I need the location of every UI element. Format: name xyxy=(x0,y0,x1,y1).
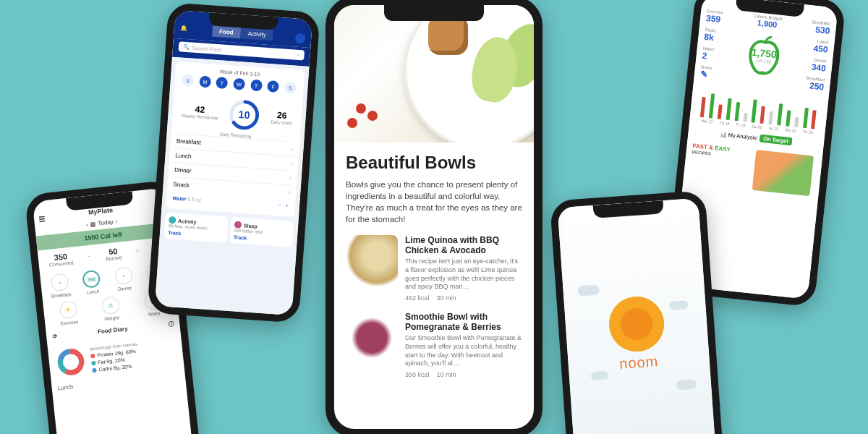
stat-burned: 50Burned xyxy=(105,246,122,261)
stat-breakfast2[interactable]: Breakfast250 xyxy=(805,76,825,93)
noom-logo-icon xyxy=(611,299,660,348)
activity-icon xyxy=(169,216,176,224)
legend-text: Fat 8g, 20% xyxy=(98,357,125,365)
chart-bar xyxy=(760,106,765,124)
sleep-card[interactable]: Sleep Get better rest! Track xyxy=(229,217,294,247)
exercise-icon: ⚡ xyxy=(59,300,77,319)
day-f[interactable]: F xyxy=(267,80,279,93)
cat-breakfast[interactable]: •Breakfast xyxy=(43,272,77,299)
lunch-cal-value: 350 xyxy=(87,276,95,282)
chart-bar xyxy=(752,99,757,122)
chart-bar xyxy=(786,110,791,126)
recipe-info: Lime Quinoa with BBQ Chicken & Avocado T… xyxy=(405,235,522,302)
tomato-icon xyxy=(367,111,378,121)
day-t2[interactable]: T xyxy=(250,79,263,91)
track-link[interactable]: Track xyxy=(234,234,289,243)
meal-label: Lunch xyxy=(175,152,191,159)
chart-bar xyxy=(794,117,799,127)
day-t[interactable]: T xyxy=(216,77,228,89)
recipe-time: 30 min xyxy=(437,294,456,302)
chart-bar xyxy=(768,111,773,124)
recipe-promo[interactable]: FAST & EASY RECIPES xyxy=(689,140,817,200)
recipe-kcal: 350 kcal xyxy=(405,371,430,378)
water-label: Water xyxy=(172,195,187,201)
search-placeholder: Search Food xyxy=(192,45,294,57)
easy-text: EASY xyxy=(715,145,731,153)
bowl-illustration xyxy=(404,5,534,142)
stat-value: 359 xyxy=(705,13,723,25)
meal-label: Dinner xyxy=(174,166,192,174)
recipe-card[interactable]: Smoothie Bowl with Pomegranate & Berries… xyxy=(346,312,522,378)
recipe-promo-image xyxy=(752,150,814,196)
article-description: Bowls give you the chance to present ple… xyxy=(346,179,522,225)
day-label: Fr 19 xyxy=(736,122,745,127)
activity-card[interactable]: Activity Sit less, move more! Track xyxy=(163,213,228,243)
day-label: Sa 20 xyxy=(752,124,762,129)
cloud-icon xyxy=(577,285,600,297)
article-title: Beautiful Bowls xyxy=(346,153,522,173)
recipe-promo-label: FAST & EASY RECIPES xyxy=(692,143,731,158)
barcode-icon[interactable]: ⌗ xyxy=(297,52,300,58)
plus-icon[interactable]: ＋ xyxy=(284,203,289,208)
stat-value: 340 xyxy=(811,62,826,74)
sleep-icon xyxy=(234,221,242,229)
bell-icon[interactable]: 🔔 xyxy=(179,25,187,32)
left-label: Left xyxy=(755,58,763,63)
stat-steps[interactable]: Steps8k xyxy=(704,27,716,43)
gauge-label: Daily Used xyxy=(271,119,292,125)
chart-bar xyxy=(803,108,809,128)
gauge-center-value: 10 xyxy=(239,109,251,121)
stat-breakfast[interactable]: Breakfast530 xyxy=(811,20,830,36)
info-icon[interactable]: ⓘ xyxy=(168,320,174,328)
recipe-thumb xyxy=(346,235,398,287)
apple-inside: 1,750 Left 150 xyxy=(740,32,788,80)
stat-value: 450 xyxy=(813,43,828,55)
daily-used: 26Daily Used xyxy=(271,109,292,125)
chevron-right-icon: › xyxy=(290,160,292,166)
stat-notes[interactable]: Notes✎ xyxy=(699,65,712,81)
cat-weight[interactable]: ⚖Weight xyxy=(88,294,133,323)
cb-summary: Exercise359 Steps8k Water2 Notes✎ Calori… xyxy=(699,9,830,92)
prev-day-icon[interactable]: ‹ xyxy=(86,221,89,228)
notes-icon: ✎ xyxy=(699,69,712,81)
article-body: Beautiful Bowls Bowls give you the chanc… xyxy=(334,142,534,399)
today-label: Today xyxy=(98,218,114,226)
tab-food[interactable]: Food xyxy=(212,25,241,38)
noom-splash: noom xyxy=(558,198,717,434)
next-day-icon[interactable]: › xyxy=(115,218,118,225)
cat-lunch[interactable]: 350Lunch xyxy=(75,269,109,296)
cloud-icon xyxy=(669,300,689,310)
cat-exercise[interactable]: ⚡Exercise xyxy=(46,299,90,327)
stat-dinner[interactable]: Dinner340 xyxy=(811,58,827,74)
menu-icon[interactable]: ☰ xyxy=(38,215,46,224)
points-card: Week of Feb 3-10 S M T W T F S 42Weekly … xyxy=(166,61,305,217)
day-w[interactable]: W xyxy=(233,78,245,90)
apple-gauge: 1,750 Left 150 xyxy=(740,32,788,80)
chevron-right-icon: › xyxy=(288,189,290,195)
chart-bar xyxy=(743,113,747,122)
hero-image xyxy=(334,5,534,142)
recipe-card[interactable]: Lime Quinoa with BBQ Chicken & Avocado T… xyxy=(346,235,522,302)
day-s2[interactable]: S xyxy=(284,82,297,94)
chicken-icon xyxy=(428,15,468,55)
stat-lunch[interactable]: Lunch450 xyxy=(813,39,829,55)
carbs-dot-icon xyxy=(92,367,97,373)
recipe-meta: 350 kcal10 min xyxy=(405,371,522,378)
meal-label: Breakfast xyxy=(176,137,201,145)
ww-body: Week of Feb 3-10 S M T W T F S 42Weekly … xyxy=(155,57,310,315)
cat-dinner[interactable]: •Dinner xyxy=(106,265,140,292)
sync-icon[interactable]: ⟳ xyxy=(52,333,58,340)
cloud-icon xyxy=(676,379,697,390)
chevron-right-icon: › xyxy=(289,174,292,181)
day-m[interactable]: M xyxy=(199,75,211,88)
card-title: Activity xyxy=(178,218,197,224)
stat-exercise[interactable]: Exercise359 xyxy=(705,9,723,25)
minus-icon[interactable]: − xyxy=(278,202,282,207)
chart-bar xyxy=(718,104,723,119)
day-label: Mo 22 xyxy=(786,127,797,133)
stat-consumed: 350Consumed xyxy=(48,251,74,267)
burned-label: Burned xyxy=(106,255,122,261)
day-s[interactable]: S xyxy=(182,75,194,87)
track-link[interactable]: Track xyxy=(168,230,224,239)
stat-water[interactable]: Water2 xyxy=(702,46,715,62)
